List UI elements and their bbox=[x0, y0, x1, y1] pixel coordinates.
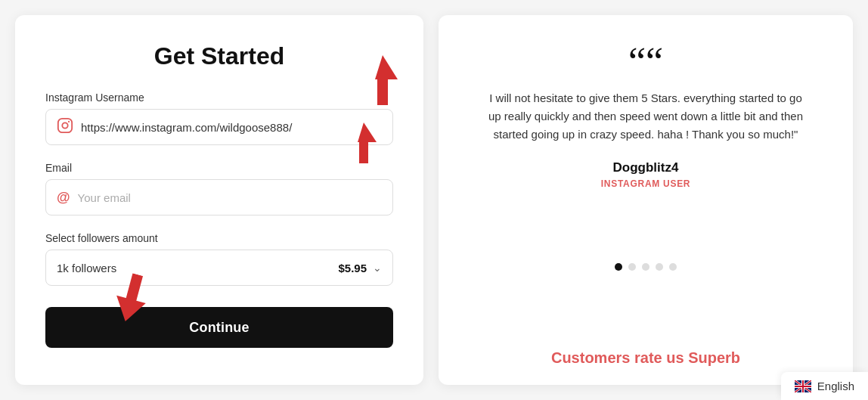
dot-5[interactable] bbox=[669, 263, 677, 271]
username-input[interactable] bbox=[81, 121, 382, 134]
language-label: English bbox=[817, 380, 854, 392]
dot-3[interactable] bbox=[642, 263, 649, 271]
language-switcher[interactable]: English bbox=[781, 372, 868, 400]
testimonial-text: I will not hesitate to give them 5 Stars… bbox=[487, 89, 804, 144]
instagram-icon bbox=[57, 117, 73, 137]
svg-point-1 bbox=[62, 122, 67, 128]
email-input[interactable] bbox=[78, 191, 382, 204]
followers-field-group: Select followers amount 1k followers $5.… bbox=[45, 232, 393, 286]
dot-4[interactable] bbox=[656, 263, 663, 271]
dot-1[interactable] bbox=[615, 263, 622, 271]
email-input-wrapper[interactable]: @ bbox=[45, 179, 393, 216]
carousel-dots bbox=[615, 263, 677, 271]
svg-point-2 bbox=[68, 121, 70, 122]
right-card: ““ I will not hesitate to give them 5 St… bbox=[439, 15, 853, 385]
dot-2[interactable] bbox=[628, 263, 636, 271]
username-label: Instagram Username bbox=[45, 91, 393, 104]
followers-value: 1k followers bbox=[57, 262, 116, 274]
flag-icon bbox=[795, 380, 811, 392]
customers-rate-word: Superb bbox=[688, 349, 740, 366]
reviewer-role: INSTAGRAM USER bbox=[601, 178, 691, 189]
customers-rate: Customers rate us Superb bbox=[551, 349, 740, 367]
continue-button[interactable]: Continue bbox=[45, 307, 393, 348]
email-field-group: Email @ bbox=[45, 162, 393, 219]
page-wrapper: Get Started Instagram Username bbox=[0, 0, 868, 400]
followers-select[interactable]: 1k followers $5.95 ⌄ bbox=[45, 250, 393, 286]
customers-rate-prefix: Customers rate us bbox=[551, 349, 688, 366]
page-title: Get Started bbox=[45, 42, 393, 70]
quote-mark: ““ bbox=[628, 42, 663, 82]
svg-rect-17 bbox=[795, 386, 811, 387]
followers-price: $5.95 bbox=[338, 262, 367, 274]
svg-rect-0 bbox=[58, 119, 72, 132]
followers-label: Select followers amount bbox=[45, 232, 393, 244]
email-label: Email bbox=[45, 162, 393, 174]
username-field-group: Instagram Username bbox=[45, 91, 393, 148]
followers-right: $5.95 ⌄ bbox=[338, 262, 382, 274]
left-card: Get Started Instagram Username bbox=[15, 15, 423, 385]
reviewer-name: Doggblitz4 bbox=[613, 160, 679, 175]
chevron-down-icon: ⌄ bbox=[373, 262, 382, 274]
at-icon: @ bbox=[57, 190, 70, 206]
username-input-wrapper[interactable] bbox=[45, 109, 393, 145]
